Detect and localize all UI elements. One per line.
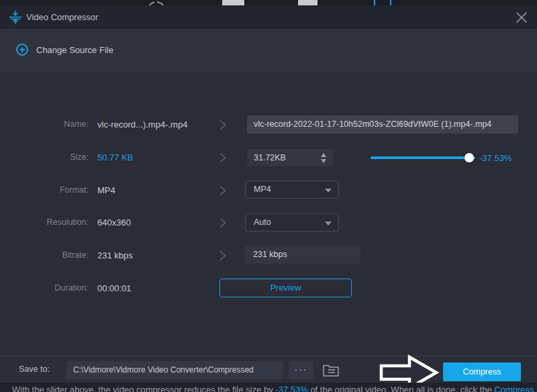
resolution-dropdown-value: Auto [254,217,271,227]
format-current-value: MP4 [97,185,115,195]
size-current-value: 50.77 KB [97,152,134,162]
partial-toolbar-button-icon[interactable] [222,0,244,5]
dialog-header: Video Compressor [0,5,537,29]
slider-thumb[interactable] [465,153,474,162]
chevron-right-icon [219,185,227,196]
name-label: Name: [13,119,89,129]
size-label: Size: [13,152,89,162]
source-file-bar: Change Source File [0,29,537,71]
clipped-caption-text: With the slider above, the video compres… [12,385,536,392]
save-path-input[interactable]: C:\Vidmore\Vidmore Video Converter\Compr… [66,361,283,379]
partial-active-tab-icon[interactable] [374,0,391,5]
chevron-down-icon [325,189,332,193]
add-circle-icon [16,44,28,56]
partial-toolbar-button-icon[interactable] [298,0,318,5]
bitrate-label: Bitrate: [13,250,89,260]
duration-current-value: 00:00:01 [97,283,132,293]
dialog-title: Video Compressor [26,5,98,29]
compressor-icon [9,10,22,25]
save-to-label: Save to: [19,364,50,374]
bitrate-input[interactable]: 231 kbps [245,246,360,264]
size-reduction-percent: -37.53% [479,153,511,163]
compression-settings: Name: vlc-record...).mp4-.mp4 vlc-record… [0,71,537,356]
stepper-down-icon[interactable] [321,159,326,163]
footer-bar: Save to: C:\Vidmore\Vidmore Video Conver… [0,356,537,383]
resolution-dropdown[interactable]: Auto [245,213,339,232]
chevron-right-icon [219,217,227,228]
open-folder-button[interactable] [322,361,342,379]
chevron-right-icon [219,119,227,130]
chevron-right-icon [219,152,227,163]
format-dropdown-value: MP4 [254,185,271,194]
output-name-input[interactable]: vlc-record-2022-01-17-10h52m03s-ZCl69dVt… [247,115,518,134]
clipped-app-toolbar [0,0,537,5]
browse-more-button[interactable]: ··· [289,361,313,379]
chevron-down-icon [325,222,332,226]
format-dropdown[interactable]: MP4 [245,181,339,199]
format-label: Format: [13,185,89,195]
change-source-file-button[interactable]: Change Source File [16,42,113,57]
clipped-caption-strip: With the slider above, the video compres… [0,383,537,392]
name-current-value: vlc-record...).mp4-.mp4 [97,119,187,130]
resolution-current-value: 640x360 [97,217,131,228]
resolution-label: Resolution: [13,217,89,227]
stepper-up-icon[interactable] [321,153,326,157]
duration-label: Duration: [13,283,89,293]
bitrate-current-value: 231 kbps [97,250,133,260]
size-stepper[interactable] [317,149,332,166]
video-compressor-dialog: Video Compressor Change Source File Name… [0,0,537,392]
compress-button[interactable]: Compress [443,362,521,381]
close-icon[interactable] [516,11,528,23]
slider-track[interactable] [371,156,475,159]
preview-button[interactable]: Preview [219,279,352,297]
change-source-file-label: Change Source File [36,45,113,55]
size-slider[interactable] [371,152,475,164]
chevron-right-icon [219,250,227,261]
